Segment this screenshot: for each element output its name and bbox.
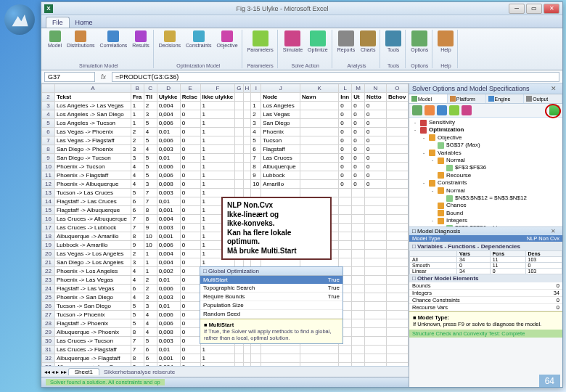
cell[interactable]: 0 bbox=[180, 136, 200, 145]
row-header[interactable]: 19 bbox=[42, 241, 55, 250]
model-tree[interactable]: -Sensitivity-Optimization-Objective$G$37… bbox=[409, 118, 562, 226]
cell[interactable] bbox=[386, 128, 408, 136]
cell[interactable]: Reise bbox=[180, 93, 200, 102]
cell[interactable] bbox=[243, 363, 251, 367]
row-header[interactable]: 21 bbox=[42, 258, 55, 267]
cell[interactable] bbox=[386, 206, 408, 215]
cell[interactable]: 0 bbox=[352, 145, 365, 154]
cell[interactable]: Las Vegas -> Los Angeles bbox=[54, 250, 131, 258]
col-header[interactable]: J bbox=[261, 84, 300, 93]
cell[interactable]: 0,01 bbox=[157, 128, 180, 136]
cell[interactable]: 9 bbox=[131, 241, 144, 250]
col-header[interactable]: O bbox=[386, 84, 408, 93]
tab-home[interactable]: Home bbox=[70, 17, 99, 28]
tb-add-icon[interactable] bbox=[449, 105, 459, 115]
cell[interactable]: 1 bbox=[251, 102, 261, 110]
cell[interactable] bbox=[386, 119, 408, 128]
cell[interactable]: 7 bbox=[131, 346, 144, 354]
cell[interactable] bbox=[386, 145, 408, 154]
cell[interactable]: 1 bbox=[200, 354, 235, 363]
cell[interactable]: 1 bbox=[200, 189, 235, 197]
cell[interactable]: 0 bbox=[339, 110, 352, 119]
cell[interactable]: 2 bbox=[251, 110, 261, 119]
cell[interactable]: Flagstaff -> Las Cruces bbox=[54, 197, 131, 206]
row-header[interactable]: 15 bbox=[42, 206, 55, 215]
cell[interactable]: 4 bbox=[144, 128, 157, 136]
cell[interactable] bbox=[386, 302, 408, 311]
cell[interactable]: Phoenix -> Los Angeles bbox=[54, 267, 131, 276]
row-header[interactable]: 30 bbox=[42, 337, 55, 346]
cell[interactable] bbox=[386, 267, 408, 276]
cell[interactable] bbox=[386, 180, 408, 189]
row-header[interactable]: 4 bbox=[42, 110, 55, 119]
cell[interactable] bbox=[300, 346, 339, 354]
cell[interactable] bbox=[243, 145, 251, 154]
row-header[interactable]: 25 bbox=[42, 293, 55, 302]
cell[interactable]: 8 bbox=[251, 163, 261, 171]
cell[interactable] bbox=[365, 328, 387, 337]
cell[interactable]: 0 bbox=[180, 215, 200, 224]
cell[interactable]: 0,006 bbox=[157, 319, 180, 328]
cell[interactable]: 0 bbox=[180, 346, 200, 354]
cell[interactable] bbox=[352, 337, 365, 346]
cell[interactable] bbox=[261, 346, 300, 354]
cell[interactable] bbox=[365, 302, 387, 311]
row-header[interactable]: 29 bbox=[42, 328, 55, 337]
cell[interactable] bbox=[386, 224, 408, 232]
cell[interactable]: 0 bbox=[352, 128, 365, 136]
cell[interactable]: 0,003 bbox=[157, 189, 180, 197]
cell[interactable] bbox=[261, 363, 300, 367]
cell[interactable]: 0 bbox=[180, 250, 200, 258]
cell[interactable]: 0 bbox=[365, 145, 387, 154]
go-option-row[interactable]: Random Seed bbox=[200, 310, 343, 319]
tree-item[interactable]: -Optimization bbox=[412, 126, 559, 134]
cell[interactable]: 6 bbox=[144, 354, 157, 363]
cell[interactable]: 0 bbox=[339, 154, 352, 163]
cell[interactable]: Phoenix -> Tucson bbox=[54, 163, 131, 171]
cell[interactable]: Node bbox=[261, 93, 300, 102]
cell[interactable] bbox=[386, 102, 408, 110]
cell[interactable]: 3 bbox=[144, 180, 157, 189]
row-header[interactable]: 20 bbox=[42, 250, 55, 258]
cell[interactable]: 0,006 bbox=[157, 119, 180, 128]
cell[interactable] bbox=[251, 363, 261, 367]
cell[interactable]: 7 bbox=[144, 197, 157, 206]
cell[interactable] bbox=[339, 250, 352, 258]
cell[interactable]: 1 bbox=[131, 110, 144, 119]
cell[interactable] bbox=[300, 363, 339, 367]
cell[interactable]: 0,01 bbox=[157, 302, 180, 311]
cell[interactable] bbox=[339, 241, 352, 250]
sheet-nav[interactable]: ◂◂ ◂ ▸ ▸▸ bbox=[44, 369, 67, 375]
cell[interactable] bbox=[243, 180, 251, 189]
cell[interactable]: 4 bbox=[131, 171, 144, 180]
cell[interactable]: 0,006 bbox=[157, 241, 180, 250]
cell[interactable]: 0 bbox=[180, 171, 200, 180]
cell[interactable] bbox=[243, 102, 251, 110]
col-header[interactable]: A bbox=[54, 84, 131, 93]
cell[interactable]: 0,004 bbox=[157, 258, 180, 267]
cell[interactable] bbox=[386, 232, 408, 241]
col-header[interactable]: M bbox=[352, 84, 365, 93]
cell[interactable] bbox=[365, 189, 387, 197]
cell[interactable]: 0 bbox=[365, 119, 387, 128]
tree-toggle-icon[interactable]: - bbox=[430, 217, 435, 224]
cell[interactable] bbox=[365, 197, 387, 206]
cell[interactable]: 2 bbox=[144, 102, 157, 110]
cell[interactable]: 0,003 bbox=[157, 337, 180, 346]
cell[interactable] bbox=[339, 215, 352, 224]
row-header[interactable]: 13 bbox=[42, 189, 55, 197]
cell[interactable]: 0 bbox=[180, 163, 200, 171]
cell[interactable]: 1 bbox=[200, 171, 235, 180]
cell[interactable]: 0,006 bbox=[157, 285, 180, 293]
tree-toggle-icon[interactable]: - bbox=[421, 134, 427, 142]
cell[interactable]: 8 bbox=[131, 328, 144, 337]
cell[interactable]: Amarillo bbox=[261, 180, 300, 189]
cell[interactable] bbox=[300, 163, 339, 171]
cell[interactable]: 1 bbox=[200, 110, 235, 119]
cell[interactable]: 0,001 bbox=[157, 206, 180, 215]
row-header[interactable]: 7 bbox=[42, 136, 55, 145]
cell[interactable]: 0,003 bbox=[157, 145, 180, 154]
cell[interactable]: 1 bbox=[200, 154, 235, 163]
cell[interactable]: 0 bbox=[180, 110, 200, 119]
cell[interactable]: 0 bbox=[180, 224, 200, 232]
